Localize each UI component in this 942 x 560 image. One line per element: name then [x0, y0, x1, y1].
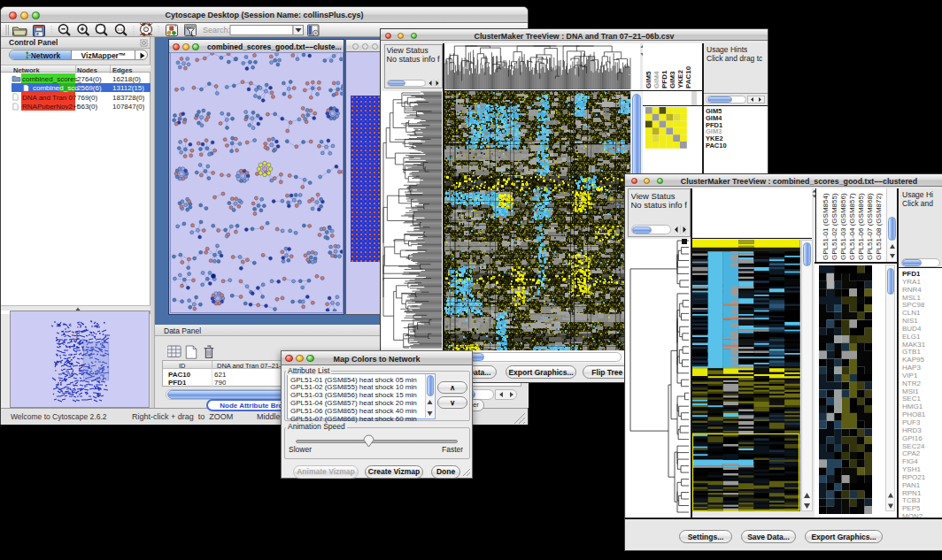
svg-text:Search:: Search:: [203, 26, 230, 35]
svg-text:GPL51-02 (GSM855): GPL51-02 (GSM855): [830, 193, 838, 260]
svg-text:YKE2: YKE2: [676, 70, 684, 88]
svg-text:GPL51-06 (GSM865): GPL51-06 (GSM865): [857, 193, 865, 260]
svg-text:GIM5: GIM5: [645, 71, 652, 88]
svg-text:GIM3: GIM3: [668, 71, 676, 88]
svg-text:PAC10: PAC10: [684, 65, 692, 88]
svg-text:PFD1: PFD1: [660, 70, 668, 88]
svg-text:GPL51-01 (GSM854): GPL51-01 (GSM854): [822, 193, 830, 260]
svg-text:GPL51-04 (GSM857): GPL51-04 (GSM857): [848, 193, 856, 260]
svg-text:GPL51-08 (GSM872): GPL51-08 (GSM872): [875, 193, 883, 260]
svg-text:GPL51-07 (GSM868): GPL51-07 (GSM868): [866, 193, 874, 260]
svg-text:1:1: 1:1: [118, 27, 123, 32]
svg-text:GPL51-03 (GSM856): GPL51-03 (GSM856): [839, 193, 847, 260]
svg-text:GIM4: GIM4: [652, 71, 660, 88]
